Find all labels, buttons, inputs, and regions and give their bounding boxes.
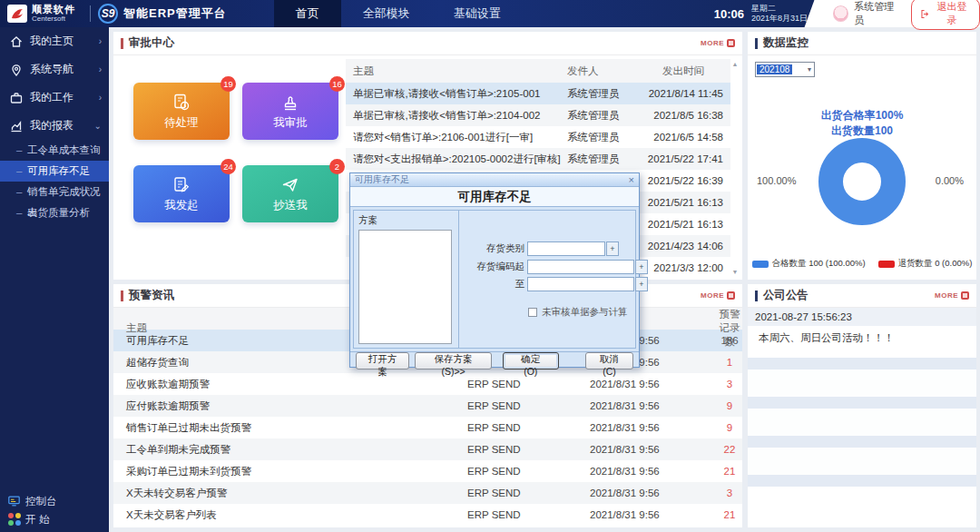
console-button[interactable]: 控制台 <box>0 492 109 510</box>
available-stock-dialog: 可用库存不足 × 可用库存不足 方案 存货类别 + 存货编码起 + <box>349 172 640 368</box>
row-subject: X天未转交易客户预警 <box>113 487 467 500</box>
list-item[interactable]: 应收账款逾期预警ERP SEND2021/8/31 9:563 <box>113 373 742 395</box>
list-item[interactable]: X天未交易客户列表ERP SEND2021/8/31 9:5621 <box>113 504 742 526</box>
console-label: 控制台 <box>25 495 57 508</box>
field-row: 存货编码起 + <box>459 260 648 274</box>
inventory-code-from-input[interactable] <box>527 260 634 274</box>
user-avatar[interactable] <box>833 5 848 22</box>
month-select[interactable]: 202108 ▾ <box>755 62 815 77</box>
row-time: 2021/8/5 16:38 <box>643 110 730 121</box>
list-item[interactable]: 采购订单已过期未到货预警ERP SEND2021/8/31 9:5621 <box>113 460 742 482</box>
sidebar-footer: 控制台 开 始 <box>0 492 109 528</box>
lookup-button[interactable]: + <box>606 241 619 256</box>
sidebar-item-home[interactable]: 我的主页 › <box>0 27 109 55</box>
sidebar-item-work[interactable]: 我的工作 › <box>0 84 109 112</box>
submenu-item-shipment-quality[interactable]: 出货质量分析 <box>0 202 109 223</box>
list-item[interactable]: 销售订单已过期未出货预警ERP SEND2021/8/31 9:569 <box>113 417 742 438</box>
nav-all-modules[interactable]: 全部模块 <box>341 0 432 27</box>
tile-cc-me[interactable]: 抄送我 2 <box>242 165 338 222</box>
start-button[interactable]: 开 始 <box>0 510 109 528</box>
panel-title: 公司公告 <box>763 288 808 303</box>
table-row[interactable]: 请您对<销售订单>:2106-001进行[一审]系统管理员2021/6/5 14… <box>346 126 730 148</box>
sidebar-item-navigation[interactable]: 系统导航 › <box>0 55 109 84</box>
row-subject: 请您对<销售订单>:2106-001进行[一审] <box>346 131 565 144</box>
cancel-button[interactable]: 取消(C) <box>585 352 633 369</box>
legend-swatch-blue <box>752 261 769 268</box>
dialog-titlebar[interactable]: 可用库存不足 × <box>350 173 639 187</box>
empty-slot-divider <box>748 436 976 448</box>
checkbox[interactable] <box>528 308 537 317</box>
sidebar-item-reports[interactable]: 我的报表 ⌄ <box>0 112 109 140</box>
clock-document-icon <box>172 93 191 113</box>
logout-button[interactable]: 退出登录 <box>911 0 980 30</box>
submenu-item-sales-completion[interactable]: 销售单完成状况表 <box>0 182 109 202</box>
row-time: 2021/8/14 11:45 <box>643 88 730 99</box>
row-count: 9 <box>717 400 742 411</box>
nav-home[interactable]: 首页 <box>274 0 341 27</box>
save-scheme-button[interactable]: 保存方案(S)>> <box>415 352 492 369</box>
submenu-item-workorder-cost[interactable]: 工令单成本查询 <box>0 140 109 161</box>
table-scrollbar[interactable]: ▲ ▼ <box>730 61 740 275</box>
sidebar-item-label: 系统导航 <box>30 62 74 77</box>
clock-date: 星期二 2021年8月31日 <box>751 4 808 25</box>
legend-label: 退货数量 0 (0.00%) <box>898 258 973 270</box>
more-icon <box>727 39 735 47</box>
more-icon <box>961 291 969 300</box>
row-subject: 应收账款逾期预警 <box>113 378 467 391</box>
more-button[interactable]: MORE <box>701 39 735 47</box>
tile-pending[interactable]: 待处理 19 <box>133 83 230 140</box>
list-item[interactable]: 工令单到期未完成预警ERP SEND2021/8/31 9:5622 <box>113 438 742 460</box>
table-row[interactable]: 请您对<支出报销单>:202105-0002进行[审核]系统管理员2021/5/… <box>346 148 730 170</box>
table-row[interactable]: 单据已审核,请接收<销售订单>:2105-001系统管理员2021/8/14 1… <box>346 83 730 104</box>
chevron-right-icon: › <box>99 36 102 46</box>
ok-button[interactable]: 确定(O) <box>503 352 558 369</box>
more-button[interactable]: MORE <box>701 291 735 300</box>
row-sender: ERP SEND <box>467 488 590 498</box>
accent-bar <box>121 38 123 49</box>
row-time: 2021/8/31 9:56 <box>590 400 717 411</box>
announcement-content[interactable]: 本周六、周日公司活动！！！ <box>748 326 976 350</box>
platform-title: 智能ERP管理平台 <box>123 5 227 22</box>
tile-my-approvals[interactable]: 我审批 16 <box>242 83 338 140</box>
accent-bar <box>755 291 758 301</box>
table-row[interactable]: 单据已审核,请接收<销售订单>:2104-002系统管理员2021/8/5 16… <box>346 104 730 126</box>
row-sender: ERP SEND <box>467 379 590 389</box>
inventory-code-to-input[interactable] <box>527 277 634 291</box>
row-count: 9 <box>717 422 742 433</box>
tile-badge: 16 <box>329 76 345 92</box>
logout-label: 退出登录 <box>933 0 971 27</box>
row-time: 2021/5/21 16:13 <box>643 197 730 208</box>
empty-slot <box>748 369 976 397</box>
inventory-category-input[interactable] <box>527 241 605 256</box>
row-time: 2021/8/31 9:56 <box>590 379 717 389</box>
tile-my-initiated[interactable]: 我发起 24 <box>133 165 230 222</box>
list-item[interactable]: 应付账款逾期预警ERP SEND2021/8/31 9:569 <box>113 395 742 417</box>
legend-item-pass: 合格数量 100 (100.00%) <box>752 258 866 270</box>
user-name: 系统管理员 <box>854 0 901 27</box>
list-item[interactable]: X天未转交易客户预警ERP SEND2021/8/31 9:563 <box>113 482 742 504</box>
lookup-button[interactable]: + <box>635 277 648 291</box>
lookup-button[interactable]: + <box>635 260 648 274</box>
shipment-qty-text: 出货数量100 <box>748 123 976 139</box>
close-icon[interactable]: × <box>629 175 634 185</box>
scroll-up-icon[interactable]: ▲ <box>730 61 740 67</box>
logout-icon <box>920 9 929 19</box>
dialog-window-title: 可用库存不足 <box>355 173 409 186</box>
row-time: 2021/8/31 9:56 <box>590 509 717 520</box>
scheme-listbox[interactable] <box>358 230 452 344</box>
col-subject: 主题 <box>346 64 565 78</box>
row-subject: 销售订单已过期未出货预警 <box>113 421 467 435</box>
accent-bar <box>121 291 123 301</box>
open-scheme-button[interactable]: 打开方案 <box>356 352 409 369</box>
scroll-down-icon[interactable]: ▼ <box>730 269 740 275</box>
nav-basic-settings[interactable]: 基础设置 <box>432 0 523 27</box>
briefcase-icon <box>9 91 24 105</box>
criteria-section: 存货类别 + 存货编码起 + 至 + 未审核单据参与计算 <box>458 211 635 348</box>
row-sender: ERP SEND <box>467 509 590 520</box>
more-button[interactable]: MORE <box>935 291 969 300</box>
more-label: MORE <box>935 291 958 300</box>
pass-rate-text: 出货合格率100% <box>748 108 976 123</box>
submenu-item-available-stock[interactable]: 可用库存不足 <box>0 161 109 182</box>
accent-bar <box>755 38 758 49</box>
row-time: 2021/4/23 14:06 <box>643 241 730 251</box>
